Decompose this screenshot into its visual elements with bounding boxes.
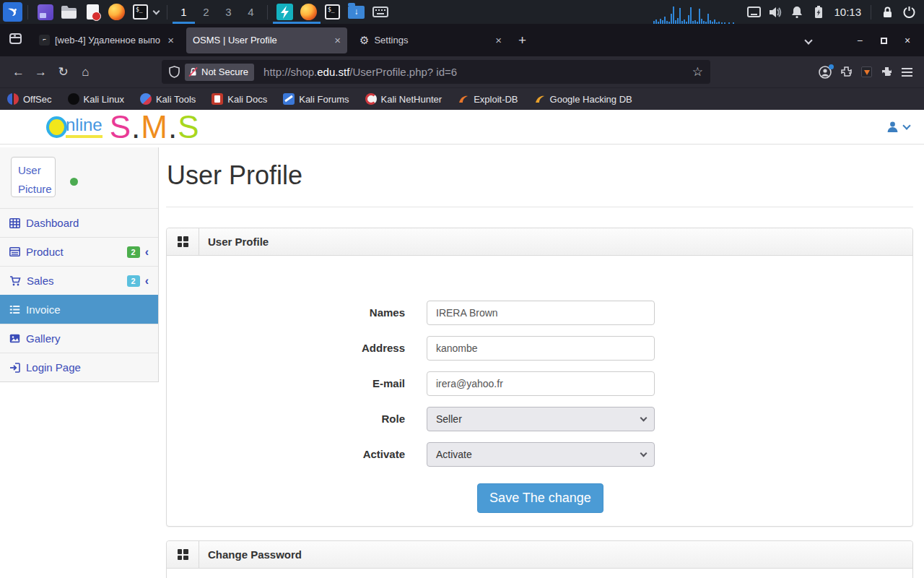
tab-web4-terminal[interactable]: ⌐ [web-4] Удаленное выпо × bbox=[32, 27, 180, 53]
taskbar-app-downloads[interactable] bbox=[344, 0, 368, 24]
form-row-address: Address bbox=[167, 336, 912, 361]
launcher-terminal[interactable]: $_ bbox=[128, 0, 152, 24]
shield-icon[interactable] bbox=[169, 66, 180, 78]
user-picture-placeholder[interactable]: User Picture bbox=[11, 157, 56, 197]
notifications-bell-icon[interactable] bbox=[786, 0, 808, 24]
forward-button[interactable]: → bbox=[30, 61, 52, 83]
form-row-email: E-mail bbox=[167, 371, 912, 396]
change-password-panel: Change Password bbox=[166, 540, 913, 578]
save-button[interactable]: Save The change bbox=[477, 483, 603, 513]
gallery-icon bbox=[9, 334, 20, 343]
kali-menu-button[interactable] bbox=[3, 2, 22, 22]
logout-power-icon[interactable] bbox=[898, 0, 920, 24]
launcher-text-editor[interactable] bbox=[81, 0, 105, 24]
toolbar-icons bbox=[819, 66, 912, 79]
role-label: Role bbox=[167, 407, 427, 431]
window-maximize-button[interactable] bbox=[873, 35, 894, 46]
email-label: E-mail bbox=[167, 371, 427, 396]
sidebar-item-invoice[interactable]: Invoice bbox=[0, 295, 158, 324]
extension-outline-puzzle-icon[interactable] bbox=[840, 66, 853, 78]
bookmark-star-icon[interactable]: ☆ bbox=[692, 64, 703, 79]
person-icon bbox=[886, 121, 899, 133]
launcher-file-manager[interactable] bbox=[57, 0, 81, 24]
panel-title: Change Password bbox=[208, 548, 302, 561]
bookmark-exploit-db[interactable]: Exploit-DB bbox=[458, 93, 518, 105]
not-secure-chip[interactable]: Not Secure bbox=[185, 64, 254, 81]
logo-o-circle bbox=[46, 116, 67, 138]
select-chevron-icon bbox=[640, 450, 648, 457]
list-all-tabs-chevron-icon[interactable] bbox=[804, 36, 812, 44]
tab-close-icon[interactable]: × bbox=[495, 34, 502, 46]
bookmark-kali-nethunter[interactable]: Kali NetHunter bbox=[365, 93, 443, 105]
sidebar-item-dashboard[interactable]: Dashboard bbox=[0, 208, 158, 237]
sidebar-item-sales[interactable]: Sales 2 ‹ bbox=[0, 266, 158, 295]
battery-tray-icon[interactable] bbox=[808, 0, 829, 24]
tab-title: Settings bbox=[374, 35, 489, 46]
address-input[interactable] bbox=[427, 336, 655, 361]
workspace-2[interactable]: 2 bbox=[195, 0, 217, 24]
bookmark-kali-tools[interactable]: Kali Tools bbox=[140, 93, 196, 105]
launcher-dropdown-chevron-icon[interactable] bbox=[153, 7, 160, 14]
sidebar-item-gallery[interactable]: Gallery bbox=[0, 324, 158, 353]
bookmarks-bar: OffSec Kali Linux Kali Tools Kali Docs K… bbox=[0, 87, 924, 110]
names-label: Names bbox=[167, 301, 427, 325]
volume-tray-icon[interactable] bbox=[764, 0, 786, 24]
role-select[interactable]: Seller bbox=[427, 407, 655, 431]
bookmark-google-hacking-db[interactable]: Google Hacking DB bbox=[534, 93, 632, 105]
bookmark-label: Google Hacking DB bbox=[550, 94, 632, 105]
security-label: Not Secure bbox=[201, 66, 248, 77]
bookmark-offsec[interactable]: OffSec bbox=[7, 93, 52, 105]
bookmark-kali-linux[interactable]: Kali Linux bbox=[68, 93, 124, 105]
bookmark-label: Kali Linux bbox=[84, 94, 124, 105]
workspace-1[interactable]: 1 bbox=[173, 0, 195, 24]
window-minimize-button[interactable]: − bbox=[849, 35, 871, 46]
taskbar-app-keyboard[interactable] bbox=[368, 0, 392, 24]
workspace-4[interactable]: 4 bbox=[240, 0, 262, 24]
activate-select[interactable]: Activate bbox=[427, 442, 655, 467]
separator bbox=[871, 5, 871, 20]
offsec-icon bbox=[7, 93, 19, 105]
home-button[interactable]: ⌂ bbox=[74, 61, 97, 83]
foxyproxy-icon[interactable] bbox=[861, 66, 872, 77]
sidebar-item-label: Login Page bbox=[26, 361, 81, 374]
tab-settings[interactable]: ⚙ Settings × bbox=[353, 27, 508, 53]
launcher-window[interactable] bbox=[33, 0, 57, 24]
back-button[interactable]: ← bbox=[7, 61, 30, 83]
document-icon bbox=[87, 4, 99, 20]
firefox-view-button[interactable] bbox=[9, 32, 22, 48]
tab-osms-user-profile[interactable]: OSMS | User Profile × bbox=[186, 27, 347, 53]
window-close-button[interactable]: × bbox=[897, 35, 918, 46]
display-tray-icon[interactable] bbox=[743, 0, 764, 24]
reload-button[interactable]: ↻ bbox=[52, 61, 74, 83]
workspace-3[interactable]: 3 bbox=[217, 0, 240, 24]
sidebar-item-product[interactable]: Product 2 ‹ bbox=[0, 237, 158, 266]
separator bbox=[267, 5, 268, 20]
url-text: http://shop.edu.stf/UserProfile.php? id=… bbox=[263, 66, 457, 78]
extensions-puzzle-icon[interactable] bbox=[881, 66, 893, 78]
select-chevron-icon bbox=[640, 415, 648, 422]
tab-close-icon[interactable]: × bbox=[167, 34, 174, 46]
user-account-menu[interactable] bbox=[886, 121, 910, 133]
google-hacking-db-icon bbox=[534, 93, 546, 105]
launcher-firefox[interactable] bbox=[105, 0, 128, 24]
tab-close-icon[interactable]: × bbox=[334, 34, 341, 46]
bookmark-kali-forums[interactable]: Kali Forums bbox=[283, 93, 349, 105]
taskbar-app-terminal[interactable]: $_ bbox=[321, 0, 344, 24]
system-tray: 10:13 bbox=[653, 0, 924, 24]
account-button[interactable] bbox=[819, 66, 832, 79]
clock[interactable]: 10:13 bbox=[829, 6, 866, 18]
divider bbox=[166, 207, 913, 207]
taskbar-app-lightning[interactable] bbox=[273, 0, 297, 24]
lock-screen-icon[interactable] bbox=[876, 0, 898, 24]
sales-count-badge: 2 bbox=[127, 275, 140, 287]
site-logo[interactable]: nlineS.M.S bbox=[46, 111, 200, 143]
names-input[interactable] bbox=[427, 301, 655, 325]
email-input[interactable] bbox=[427, 371, 655, 396]
url-bar[interactable]: Not Secure http://shop.edu.stf/UserProfi… bbox=[162, 60, 710, 84]
taskbar-app-firefox[interactable] bbox=[297, 0, 321, 24]
sidebar-item-login-page[interactable]: Login Page bbox=[0, 353, 158, 381]
account-notification-dot bbox=[829, 64, 834, 69]
bookmark-kali-docs[interactable]: Kali Docs bbox=[212, 93, 267, 105]
menu-hamburger-icon[interactable] bbox=[902, 68, 912, 77]
new-tab-button[interactable]: + bbox=[518, 33, 526, 48]
